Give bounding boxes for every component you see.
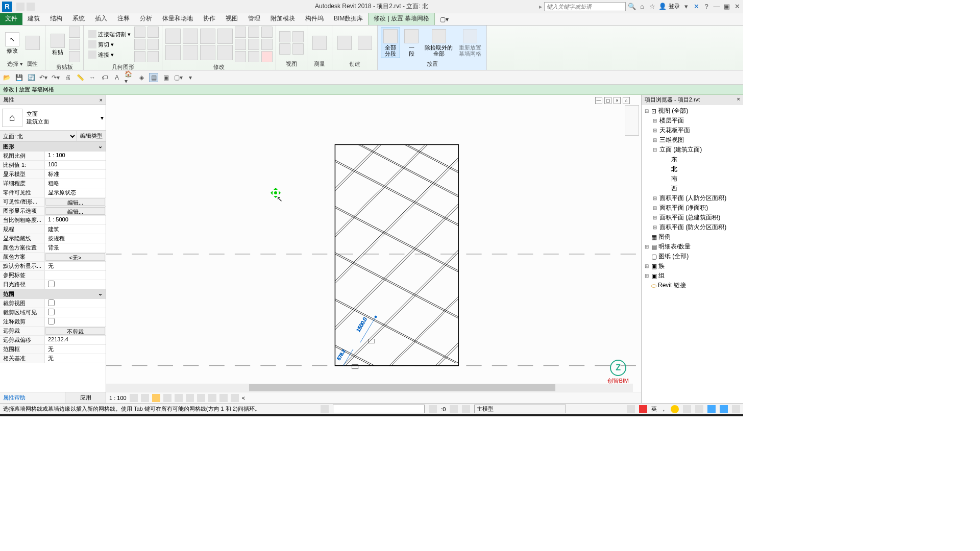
elev-west[interactable]: 西: [643, 184, 742, 193]
copy-button[interactable]: [183, 45, 198, 60]
help-icon[interactable]: ?: [702, 3, 710, 11]
tab-addins[interactable]: 附加模块: [265, 12, 300, 25]
customize-icon[interactable]: ▾: [186, 73, 195, 82]
sun-icon[interactable]: [152, 394, 160, 402]
type-selector[interactable]: ⌂ 立面 建筑立面 ▾: [0, 105, 106, 131]
area-plans-1[interactable]: ⊞面积平面 (人防分区面积): [643, 193, 742, 203]
create-button-2[interactable]: [356, 35, 374, 51]
area-plans-3[interactable]: ⊞面积平面 (总建筑面积): [643, 213, 742, 222]
horizontal-scrollbar[interactable]: [106, 384, 633, 392]
m4[interactable]: [248, 27, 259, 38]
section-icon[interactable]: ◈: [137, 73, 146, 82]
recent-icon[interactable]: [16, 3, 24, 11]
view-min-icon[interactable]: —: [595, 97, 602, 104]
prop-value[interactable]: 无: [45, 354, 106, 363]
crop-show-icon[interactable]: [197, 394, 205, 402]
tab-bim[interactable]: BIM数据库: [329, 12, 368, 25]
key-icon[interactable]: ⌂: [638, 3, 646, 11]
thin-lines-icon[interactable]: ▤: [149, 73, 158, 82]
prop-value[interactable]: 背景: [45, 243, 106, 252]
switch-icon[interactable]: ▢▾: [174, 73, 183, 82]
offset-button[interactable]: [183, 29, 198, 44]
elevations[interactable]: ⊟立面 (建筑立面): [643, 145, 742, 155]
worksets-combo[interactable]: [333, 405, 425, 413]
search-input[interactable]: [544, 2, 626, 11]
move-button[interactable]: [165, 45, 181, 60]
start-button[interactable]: ⊞: [0, 414, 20, 416]
except-picked-button[interactable]: 除拾取外的 全部: [423, 28, 455, 58]
prop-value-button[interactable]: 编辑...: [45, 207, 105, 215]
prop-value[interactable]: 标准: [45, 170, 106, 179]
m3[interactable]: [235, 51, 246, 62]
extend-button[interactable]: [217, 45, 233, 60]
undo-icon[interactable]: ↶▾: [39, 73, 48, 82]
geom-tool-2[interactable]: [134, 39, 145, 50]
create-button-1[interactable]: [335, 35, 354, 51]
tab-systems[interactable]: 系统: [67, 12, 90, 25]
editable-icon[interactable]: [429, 405, 437, 413]
emoji-icon[interactable]: [671, 405, 679, 413]
tab-annotate[interactable]: 注释: [112, 12, 135, 25]
menu-icon[interactable]: [732, 405, 740, 413]
category-graphics[interactable]: 图形⌄: [0, 142, 106, 152]
tab-view[interactable]: 视图: [220, 12, 243, 25]
unlock-icon[interactable]: [208, 394, 216, 402]
all-segments-button[interactable]: 全部 分段: [381, 28, 400, 58]
main-model-combo[interactable]: 主模型: [474, 405, 566, 413]
tab-analyze[interactable]: 分析: [135, 12, 157, 25]
crop-icon[interactable]: [186, 394, 194, 402]
print-icon[interactable]: 🖨: [63, 73, 72, 82]
filter-icon[interactable]: [450, 405, 458, 413]
measure-button[interactable]: [310, 35, 329, 51]
app-revit[interactable]: R: [318, 414, 341, 416]
open-icon[interactable]: [27, 3, 35, 11]
tab-manage[interactable]: 管理: [243, 12, 265, 25]
modify-tool[interactable]: ↖修改: [3, 31, 21, 55]
geom-tool-5[interactable]: [148, 39, 159, 50]
prop-value-checkbox[interactable]: [45, 308, 106, 317]
view-max-icon[interactable]: ▢: [604, 97, 611, 104]
app-record[interactable]: [295, 414, 317, 416]
floor-plans[interactable]: ⊞楼层平面: [643, 116, 742, 126]
match-clipboard[interactable]: [69, 51, 80, 62]
close-icon[interactable]: ✕: [733, 3, 741, 11]
prop-value[interactable]: 1 : 100: [45, 152, 106, 160]
drawing-canvas[interactable]: — ▢ × ⌂: [106, 95, 641, 403]
app-browser[interactable]: [225, 414, 247, 416]
v1[interactable]: [279, 31, 290, 42]
m6[interactable]: [248, 51, 259, 62]
m7[interactable]: [261, 27, 273, 38]
prop-value[interactable]: 按规程: [45, 234, 106, 243]
keyboard-icon[interactable]: [695, 405, 703, 413]
paste-button[interactable]: 粘贴: [48, 33, 67, 56]
prop-value-button[interactable]: <无>: [45, 253, 105, 261]
dropdown-icon[interactable]: ▾: [682, 3, 690, 11]
prop-value[interactable]: 无: [45, 345, 106, 354]
m5[interactable]: [248, 39, 259, 50]
visual-style-icon[interactable]: [141, 394, 149, 402]
trim-button[interactable]: [217, 29, 233, 44]
area-plans-2[interactable]: ⊞面积平面 (净面积): [643, 203, 742, 213]
edit-type-button[interactable]: 编辑类型: [77, 131, 106, 141]
ime-punct[interactable]: ，: [661, 405, 667, 413]
prop-value[interactable]: 无: [45, 262, 106, 270]
tab-panel-toggle[interactable]: ▢▾: [435, 14, 454, 25]
category-extent[interactable]: 范围⌄: [0, 289, 106, 299]
m1[interactable]: [235, 27, 246, 38]
prop-value-button[interactable]: 编辑...: [45, 198, 105, 206]
v2[interactable]: [279, 43, 290, 55]
cope-button[interactable]: 连接端切割 ▾: [87, 30, 132, 39]
tab-collaborate[interactable]: 协作: [198, 12, 220, 25]
temp-hide-icon[interactable]: [219, 394, 228, 402]
delete-button[interactable]: [261, 51, 273, 62]
area-plans-4[interactable]: ⊞面积平面 (防火分区面积): [643, 222, 742, 232]
mic-icon[interactable]: [683, 405, 691, 413]
tab-insert[interactable]: 插入: [90, 12, 112, 25]
sheets[interactable]: ▢图纸 (全部): [643, 252, 742, 261]
geom-tool-3[interactable]: [134, 51, 145, 62]
worksets-icon[interactable]: [321, 405, 329, 413]
revit-links[interactable]: ⬭Revit 链接: [643, 281, 742, 290]
geom-tool-1[interactable]: [134, 27, 145, 38]
app-cortana[interactable]: [201, 414, 224, 416]
3d-icon[interactable]: 🏠▾: [125, 73, 134, 82]
